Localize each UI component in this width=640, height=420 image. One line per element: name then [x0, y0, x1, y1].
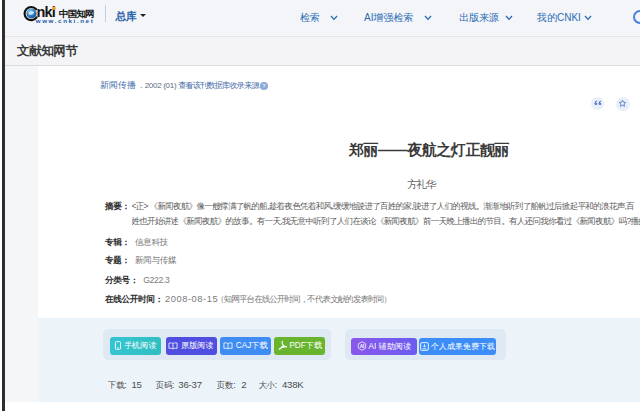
svg-text:www.cnki.net: www.cnki.net	[35, 17, 95, 24]
svg-text:AI: AI	[359, 344, 364, 349]
